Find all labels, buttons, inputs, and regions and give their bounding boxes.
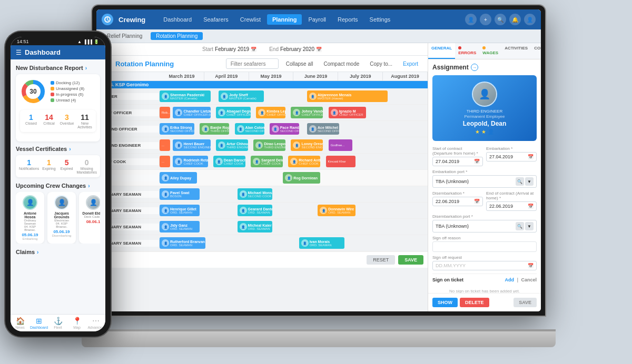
bar-cc-4[interactable]: 👤 Sargent DeleadoCHIEF COOK [251,156,283,167]
avatar-so-4: 👤 [272,125,279,133]
bar-co-1[interactable]: Rob... [160,107,170,118]
port-chevron-icon[interactable]: ▼ [525,177,534,186]
embarkation-input[interactable]: 27.04.2019 📅 [486,152,537,161]
bar-master-2[interactable]: 👤 Jody SheffMASTER (Canada) [219,90,264,102]
nav-crewlist[interactable]: Crewlist [235,14,266,25]
nav-settings[interactable]: Settings [364,14,396,25]
phone-bottom-nav: 🏠 News ⊞ Dashboard ⚓ Fleet 📍 Map ⋯ Advan… [11,314,105,331]
bar-master-3[interactable]: 👤 Abjarennon MenaisMASTER (Hawaii) [307,90,388,102]
bar-so-1[interactable]: 👤 Erika StrongSECOND OFFICER [160,123,194,135]
nav-news[interactable]: 🏠 News [11,317,29,329]
bell-icon[interactable]: 🔔 [509,14,521,25]
tab-rotation-planning[interactable]: Rotation Planning [151,32,203,40]
assignment-arrow[interactable]: → [471,64,478,71]
tab-errors[interactable]: ERRORS [455,43,479,59]
bar-cc-1[interactable]: ... [160,156,170,167]
disemb-port-select[interactable]: TBA (Unknown) 🔍 ▼ [432,220,537,232]
bar-so-4[interactable]: 👤 Pace RamboSECOND OFFICER [270,123,299,135]
claims-arrow[interactable]: › [37,249,38,255]
filter-input[interactable] [226,58,279,69]
bar-os1-2[interactable]: 👤 Michael MonsakSECOND COOK [238,188,272,200]
hamburger-icon[interactable]: ☰ [16,49,22,56]
nav-map[interactable]: 📍 Map [67,317,86,329]
bar-d-2[interactable]: 👤 Rog Dorniean [283,172,320,184]
bar-os4-2[interactable]: 👤 Ivan MoraisORD. SEAMAN [299,237,345,249]
tab-relief-planning[interactable]: Relief Planning [102,32,147,40]
bar-os3-2[interactable]: 👤 Micheal KaierORD. SEAMAN [238,221,272,232]
tab-comments[interactable]: COMMENTS [531,43,541,59]
port-search-icon[interactable]: 🔍 [516,177,524,186]
month-june: June 2019 [293,72,338,80]
bar-cc-6[interactable]: Kincaid Khar [326,156,355,167]
bar-so-3[interactable]: 👤 Alan ColonySECOND OFFICER [235,123,264,135]
bar-os2-2[interactable]: 👤 Gearard DanteORD. SEAMAN [238,205,272,216]
sign-off-request-input[interactable]: DD.MM.YYYY 📅 [432,261,537,270]
start-contract-input[interactable]: 27.04.2019 📅 [432,157,483,166]
collapse-btn[interactable]: Collapse all [283,60,317,68]
avatar-icon[interactable]: 👤 [524,14,536,25]
gantt-row-d: D 👤 Ailey Dupay 👤 Rog Dorniean [96,170,428,186]
users-icon[interactable]: 👤 [465,14,477,25]
search-icon[interactable]: 🔍 [495,14,506,25]
bar-se-4[interactable]: 👤 Dirao LeopoldTHIRD ENGINEER [253,139,285,151]
bar-os2-1[interactable]: 👤 Henrique GilletORD. SEAMAN [160,205,200,216]
nav-planning[interactable]: Planning [267,14,302,25]
bar-co-6[interactable]: 👤 Ignazio MCHIEF OFFICER [329,107,366,118]
bar-os4-1[interactable]: 👤 Rutherford BranvanORD. SEAMAN [160,237,205,249]
bar-cc-3[interactable]: 👤 Dean DarochaCHIEF COOK [213,156,245,167]
crew-changes-arrow[interactable]: › [88,183,90,189]
bar-se-5[interactable]: 👤 Lonny OrronSECOND ENGINEER [291,139,323,151]
bar-master-1[interactable]: 👤 Sherman PasderskiMASTER (Canada) [160,90,211,102]
bar-co-4[interactable]: 👤 Kimbra LepekCHIEF OFFICER [256,107,285,118]
nav-advanced[interactable]: ⋯ Advanced [86,317,105,329]
tab-wages[interactable]: WAGES [479,43,501,59]
nav-payroll[interactable]: Payroll [303,14,331,25]
save-action-btn[interactable]: SAVE [398,255,423,265]
bar-os1-1[interactable]: 👤 Pavel SwatBOSON [160,188,200,200]
export-btn[interactable]: Export [400,60,421,68]
start-calendar-icon[interactable]: 📅 [251,47,256,52]
certs-arrow[interactable]: › [69,146,71,152]
bar-co-5[interactable]: 👤 Johny VanderweerdCHIEF OFFICER [291,107,323,118]
bar-cc-5[interactable]: 👤 Richard AnthisCHIEF COOK [288,156,320,167]
avatar-os4-1: 👤 [162,239,169,247]
bar-cc-2[interactable]: 👤 Rodriesh RetamarCHIEF COOK [173,156,208,167]
gantt-container: March 2019 April 2019 May 2019 June 2019… [96,72,428,311]
bar-d-1[interactable]: 👤 Ailey Dupay [160,172,197,184]
disemb-search-icon[interactable]: 🔍 [516,222,524,230]
bar-se-3[interactable]: 👤 Artur ChhounTHIRD ENGINEER [216,139,248,151]
sign-off-reason-value[interactable] [432,241,537,252]
compact-btn[interactable]: Compact mode [320,60,362,68]
bar-so-5[interactable]: 👤 Ace MitchelSECOND OFFICER [307,123,339,135]
bar-so-2[interactable]: 👤 Banjie RoperTHIRD OFFICER [200,123,229,135]
bar-os2-3[interactable]: 👤 Donnavin WireORD. SEAMAN [318,205,355,216]
disemb-chevron-icon[interactable]: ▼ [525,222,534,230]
bar-co-2[interactable]: 👤 Chandler LietzkeCHIEF OFFICER (Hawaii) [173,107,210,118]
sign-on-cancel-btn[interactable]: Cancel [521,277,537,282]
nav-dashboard[interactable]: Dashboard [158,14,197,25]
reset-btn[interactable]: RESET [367,255,395,265]
sign-on-add-btn[interactable]: Add [505,277,514,282]
bar-se-2[interactable]: 👤 Henri BauerSECOND ENGINEER [173,139,210,151]
add-icon[interactable]: + [480,14,491,25]
bar-se-1[interactable]: ... [160,139,170,151]
nav-seafarers[interactable]: Seafarers [198,14,234,25]
end-calendar-icon[interactable]: 📅 [316,47,322,52]
show-button[interactable]: SHOW [432,298,458,307]
nav-dashboard[interactable]: ⊞ Dashboard [29,317,48,329]
emb-port-select[interactable]: TBA (Unknown) 🔍 ▼ [432,175,537,188]
copy-btn[interactable]: Copy to... [367,60,396,68]
tab-activities[interactable]: ACTIVITIES [501,43,531,59]
disturbance-arrow[interactable]: › [85,65,87,71]
end-contract-input[interactable]: 22.06.2019 📅 [486,201,537,211]
bar-se-6[interactable]: Godfree... [329,139,353,151]
bar-os3-1[interactable]: 👤 Jidy GanzORD. SEAMAN [160,221,200,232]
end-date-field: End February 2020 📅 [269,46,322,52]
save-button[interactable]: SAVE [514,298,537,307]
nav-reports[interactable]: Reports [332,14,363,25]
tab-general[interactable]: GENERAL [428,43,455,59]
delete-button[interactable]: DELETE [460,298,489,307]
bar-co-3[interactable]: 👤 Abagael DegiorgioCHIEF OFFICER (Hawaii… [216,107,251,118]
nav-fleet[interactable]: ⚓ Fleet [48,317,67,329]
disembarkation-input[interactable]: 22.06.2019 📅 [432,197,483,206]
